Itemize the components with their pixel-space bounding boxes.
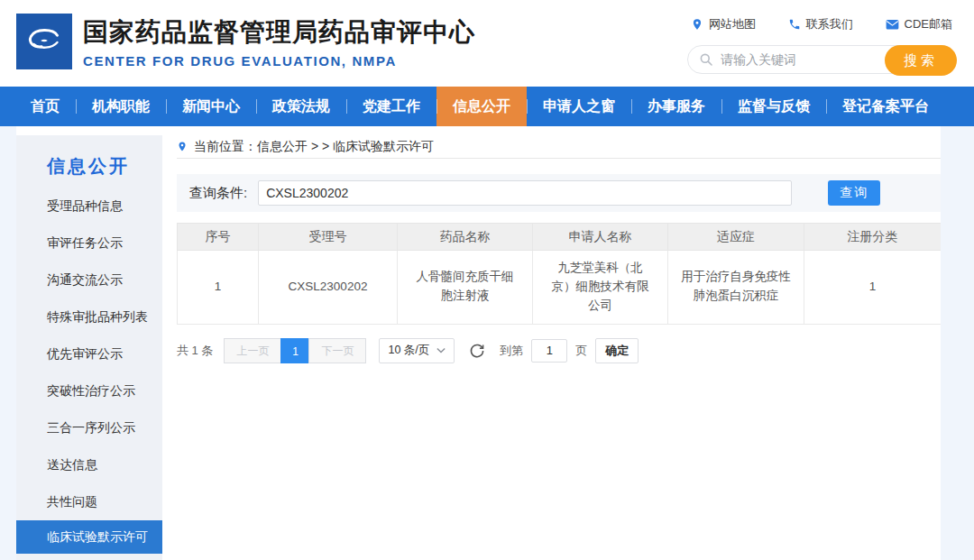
- nav-item-supervision-feedback[interactable]: 监督与反馈: [721, 87, 826, 126]
- nav-item-information-disclosure[interactable]: 信息公开: [436, 87, 527, 126]
- next-page-button[interactable]: 下一页: [308, 338, 366, 363]
- nav-item-functions[interactable]: 机构职能: [76, 87, 166, 126]
- left-margin-strip: [0, 126, 16, 560]
- mailbox-link[interactable]: CDE邮箱: [886, 16, 952, 32]
- site-search-button[interactable]: 搜索: [885, 45, 957, 76]
- sidebar-item-communication[interactable]: 沟通交流公示: [16, 262, 162, 298]
- col-header-registration-category: 注册分类: [804, 224, 942, 251]
- cde-logo-icon: [16, 14, 72, 69]
- site-search-input[interactable]: [721, 52, 874, 67]
- col-header-acceptance-number: 受理号: [259, 224, 398, 251]
- header-right: 网站地图 联系我们 CDE邮箱 搜索: [687, 16, 956, 87]
- query-button[interactable]: 查询: [828, 180, 880, 206]
- mailbox-link-label: CDE邮箱: [905, 16, 952, 32]
- site-search-bar: 搜索: [687, 45, 956, 74]
- pagination-total: 共 1 条: [177, 343, 213, 359]
- nav-item-registration-platform[interactable]: 登记备案平台: [826, 87, 945, 126]
- sidebar-item-clinical-trial-implied-license[interactable]: 临床试验默示许可: [16, 520, 162, 554]
- goto-confirm-button[interactable]: 确定: [595, 338, 639, 363]
- chevron-down-icon: [436, 347, 446, 353]
- query-input[interactable]: [258, 180, 792, 206]
- query-label: 查询条件:: [189, 185, 247, 202]
- site-header: 国家药品监督管理局药品审评中心 CENTER FOR DRUG EVALUATI…: [0, 0, 974, 87]
- nav-item-news[interactable]: 新闻中心: [166, 87, 256, 126]
- sidebar: 信息公开 受理品种信息 审评任务公示 沟通交流公示 特殊审批品种列表 优先审评公…: [16, 135, 162, 560]
- breadcrumb-text: 当前位置：信息公开 > > 临床试验默示许可: [194, 139, 434, 155]
- sidebar-item-special-approval[interactable]: 特殊审批品种列表: [16, 298, 162, 335]
- right-margin-strip: [941, 126, 974, 560]
- breadcrumb: 当前位置：信息公开 > > 临床试验默示许可: [177, 135, 942, 159]
- cde-logo: [16, 14, 72, 69]
- main-panel: 当前位置：信息公开 > > 临床试验默示许可 查询条件: 查询 序号: [162, 135, 942, 560]
- site-title-block: 国家药品监督管理局药品审评中心 CENTER FOR DRUG EVALUATI…: [83, 17, 475, 87]
- breadcrumb-pin-icon: [177, 140, 188, 153]
- sidebar-item-delivery-info[interactable]: 送达信息: [16, 446, 162, 483]
- page-size-value: 10 条/页: [388, 343, 429, 358]
- cell-drug-name: 人骨髓间充质干细胞注射液: [398, 251, 533, 325]
- sitemap-link[interactable]: 网站地图: [691, 16, 756, 32]
- sidebar-title: 信息公开: [47, 153, 162, 179]
- nav-item-party-building[interactable]: 党建工作: [346, 87, 436, 126]
- location-pin-icon: [691, 18, 703, 31]
- table-header-row: 序号 受理号 药品名称 申请人名称 适应症 注册分类: [178, 224, 942, 251]
- sitemap-link-label: 网站地图: [709, 16, 756, 32]
- page-number-1[interactable]: 1: [280, 338, 309, 363]
- page-size-select[interactable]: 10 条/页: [379, 338, 455, 363]
- col-header-indication: 适应症: [668, 224, 804, 251]
- site-subtitle: CENTER FOR DRUG EVALUATION, NMPA: [83, 53, 475, 69]
- cell-index: 1: [178, 251, 259, 325]
- cell-indication: 用于治疗自身免疫性肺泡蛋白沉积症: [668, 251, 804, 325]
- results-table: 序号 受理号 药品名称 申请人名称 适应症 注册分类 1 CXSL2300202: [177, 223, 942, 325]
- content-wrap: 信息公开 受理品种信息 审评任务公示 沟通交流公示 特殊审批品种列表 优先审评公…: [0, 126, 974, 560]
- sidebar-item-review-tasks[interactable]: 审评任务公示: [16, 225, 162, 262]
- nav-item-services[interactable]: 办事服务: [631, 87, 721, 126]
- contact-link-label: 联系我们: [806, 16, 853, 32]
- sidebar-item-priority-review[interactable]: 优先审评公示: [16, 335, 162, 372]
- nav-item-applicant-window[interactable]: 申请人之窗: [527, 87, 631, 126]
- search-icon: [699, 52, 713, 67]
- col-header-applicant-name: 申请人名称: [533, 224, 668, 251]
- mail-icon: [886, 19, 899, 31]
- site-title: 国家药品监督管理局药品审评中心: [83, 17, 475, 48]
- top-links: 网站地图 联系我们 CDE邮箱: [687, 16, 956, 32]
- col-header-drug-name: 药品名称: [398, 224, 533, 251]
- table-row: 1 CXSL2300202 人骨髓间充质干细胞注射液 九芝堂美科（北京）细胞技术…: [178, 251, 942, 325]
- cell-applicant-name: 九芝堂美科（北京）细胞技术有限公司: [533, 251, 668, 325]
- page: 国家药品监督管理局药品审评中心 CENTER FOR DRUG EVALUATI…: [0, 0, 974, 560]
- col-header-index: 序号: [178, 224, 259, 251]
- main-nav: 首页 机构职能 新闻中心 政策法规 党建工作 信息公开 申请人之窗 办事服务 监…: [0, 87, 974, 126]
- goto-prefix-label: 到第: [500, 343, 523, 359]
- goto-page-input[interactable]: [531, 339, 567, 363]
- phone-icon: [788, 18, 801, 31]
- prev-page-button[interactable]: 上一页: [224, 338, 281, 363]
- pagination: 共 1 条 上一页 1 下一页 10 条/页 到第 页 确定: [177, 338, 942, 363]
- goto-page-group: 到第 页 确定: [500, 338, 639, 363]
- cell-registration-category: 1: [804, 251, 942, 325]
- sidebar-item-common-issues[interactable]: 共性问题: [16, 483, 162, 520]
- sidebar-item-breakthrough-therapy[interactable]: 突破性治疗公示: [16, 372, 162, 409]
- sidebar-item-three-in-one[interactable]: 三合一序列公示: [16, 409, 162, 446]
- goto-suffix-label: 页: [575, 343, 587, 359]
- nav-item-policies[interactable]: 政策法规: [256, 87, 346, 126]
- nav-item-home[interactable]: 首页: [14, 87, 76, 126]
- cell-acceptance-number: CXSL2300202: [259, 251, 398, 325]
- sidebar-item-accepted-varieties[interactable]: 受理品种信息: [16, 188, 162, 225]
- contact-link[interactable]: 联系我们: [788, 16, 853, 32]
- content-container: 信息公开 受理品种信息 审评任务公示 沟通交流公示 特殊审批品种列表 优先审评公…: [16, 126, 941, 560]
- query-form: 查询条件: 查询: [177, 174, 942, 212]
- refresh-icon[interactable]: [469, 343, 485, 359]
